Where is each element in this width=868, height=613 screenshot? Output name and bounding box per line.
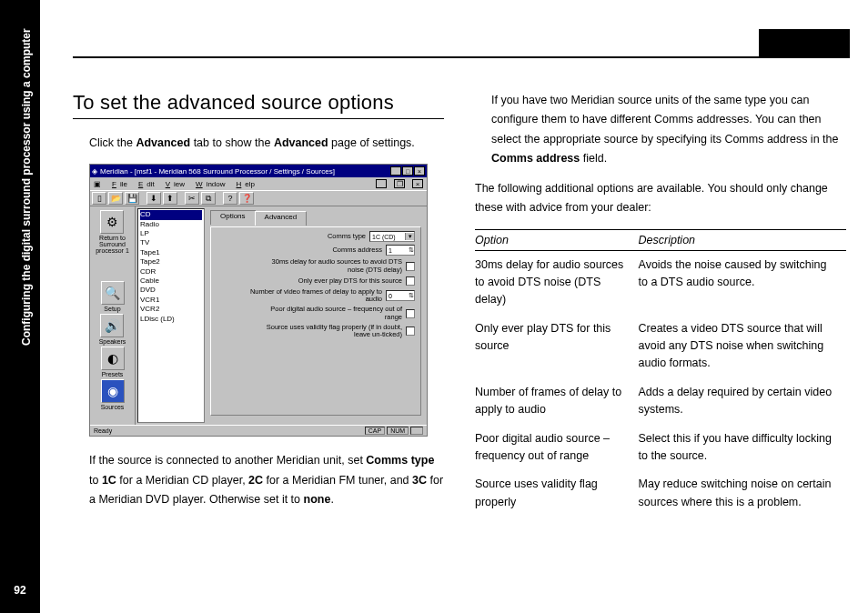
bold-1c: 1C xyxy=(102,474,116,487)
window-title: Meridian - [msf1 - Meridian 568 Surround… xyxy=(100,167,335,176)
table-row: Number of frames of delay to apply to au… xyxy=(475,378,846,425)
bold-advanced-1: Advanced xyxy=(136,136,190,149)
source-item[interactable]: VCR2 xyxy=(140,305,202,314)
side-return-line1: Return to xyxy=(96,235,129,241)
bold-advanced-2: Advanced xyxy=(274,136,328,149)
comms-address-spin[interactable]: 1⇅ xyxy=(386,245,415,256)
source-item[interactable]: Tape1 xyxy=(140,248,202,257)
minimize-button[interactable]: _ xyxy=(390,166,401,176)
side-sources[interactable]: ◉ Sources xyxy=(101,379,125,410)
status-ready: Ready xyxy=(94,427,112,434)
side-speakers[interactable]: 🔊 Speakers xyxy=(99,314,126,345)
doc-icon: ▣ xyxy=(94,180,101,188)
source-item[interactable]: CDR xyxy=(140,267,202,276)
table-row: Poor digital audio source – frequency ou… xyxy=(475,425,846,471)
table-row: 30ms delay for audio sources to avoid DT… xyxy=(475,250,846,315)
mdi-minimize-button[interactable]: _ xyxy=(376,179,387,188)
source-list[interactable]: CD Radio LP TV Tape1 Tape2 CDR Cable DVD… xyxy=(137,208,205,423)
tool-context-help[interactable]: ❓ xyxy=(239,192,254,205)
td-desc: May reduce switching noise on certain so… xyxy=(639,470,846,517)
tool-download[interactable]: ⬇ xyxy=(146,192,161,205)
side-return[interactable]: ⚙ Return to Surround processor 1 xyxy=(96,210,129,254)
page-content: To set the advanced source options Click… xyxy=(73,91,846,520)
left-column: To set the advanced source options Click… xyxy=(73,91,444,520)
mdi-close-button[interactable]: × xyxy=(412,179,423,188)
source-item[interactable]: Cable xyxy=(140,276,202,286)
bold-3c: 3C xyxy=(412,474,427,487)
toolbar: ▯ 📂 💾 ⬇ ⬆ ✂ ⧉ ? ❓ xyxy=(90,190,427,206)
magnifier-icon: 🔍 xyxy=(101,281,125,305)
text: If you have two Meridian source units of… xyxy=(491,94,838,146)
chevron-down-icon: ▾ xyxy=(405,233,414,240)
tool-copy[interactable]: ⧉ xyxy=(201,192,216,205)
menu-window[interactable]: Window xyxy=(192,180,225,188)
td-opt: Poor digital audio source – frequency ou… xyxy=(475,425,639,471)
comms-address-label: Comms address xyxy=(332,246,382,254)
gear-icon: ⚙ xyxy=(100,210,124,234)
maximize-button[interactable]: □ xyxy=(402,166,413,176)
only-dts-checkbox[interactable] xyxy=(406,276,415,286)
side-presets-label: Presets xyxy=(101,371,125,377)
th-description: Description xyxy=(639,229,846,250)
frames-label: Number of video frames of delay to apply… xyxy=(246,288,382,304)
menu-view[interactable]: View xyxy=(162,180,185,188)
tool-new[interactable]: ▯ xyxy=(92,192,106,205)
source-item[interactable]: DVD xyxy=(140,286,202,295)
poor-source-checkbox[interactable] xyxy=(406,309,415,318)
options-table: Option Description 30ms delay for audio … xyxy=(475,229,846,518)
tool-upload[interactable]: ⬆ xyxy=(163,192,177,205)
dts-delay-checkbox[interactable] xyxy=(406,262,415,271)
right-column: If you have two Meridian source units of… xyxy=(475,91,846,520)
tab-strip: Options Advanced xyxy=(210,210,421,225)
td-opt: Number of frames of delay to apply to au… xyxy=(475,378,639,425)
menu-file[interactable]: FFileile xyxy=(108,180,127,188)
text: to xyxy=(89,474,102,487)
close-button[interactable]: × xyxy=(414,166,425,176)
td-desc: Avoids the noise caused by switching to … xyxy=(639,250,846,315)
text: If the source is connected to another Me… xyxy=(89,454,366,467)
source-item[interactable]: Radio xyxy=(140,220,202,229)
tool-open[interactable]: 📂 xyxy=(108,192,123,205)
table-row: Only ever play DTS for this sourceCreate… xyxy=(475,315,846,378)
paragraph-click-advanced: Click the Advanced tab to show the Advan… xyxy=(89,134,444,153)
side-setup[interactable]: 🔍 Setup xyxy=(101,281,125,312)
side-return-line3: processor 1 xyxy=(96,247,129,254)
sources-icon: ◉ xyxy=(101,379,125,403)
source-item[interactable]: CD xyxy=(140,210,202,219)
text: Click the xyxy=(89,136,136,149)
td-desc: Adds a delay required by certain video s… xyxy=(639,378,846,425)
app-icon: ◈ xyxy=(92,167,97,176)
source-item[interactable]: Tape2 xyxy=(140,257,202,266)
menu-edit[interactable]: Edit xyxy=(135,180,155,188)
th-option: Option xyxy=(475,229,639,250)
paragraph-comms-address: If you have two Meridian source units of… xyxy=(491,91,846,168)
tool-save[interactable]: 💾 xyxy=(125,192,139,205)
frames-spin[interactable]: 0⇅ xyxy=(386,290,415,301)
page-tab-marker xyxy=(759,29,850,56)
bold-comms-type: Comms type xyxy=(366,454,434,467)
side-presets[interactable]: ◐ Presets xyxy=(101,347,125,377)
source-item[interactable]: LP xyxy=(140,229,202,238)
advanced-panel: Comms type 1C (CD)▾ Comms address 1⇅ 30m… xyxy=(210,226,421,416)
menubar: ▣ FFileile Edit View Window Help _ ❐ × xyxy=(90,177,427,190)
source-item[interactable]: TV xyxy=(140,238,202,247)
text: tab to show the xyxy=(190,136,274,149)
validity-checkbox[interactable] xyxy=(406,327,415,336)
tab-options[interactable]: Options xyxy=(210,210,256,225)
td-desc: Select this if you have difficulty locki… xyxy=(639,425,846,471)
tool-help[interactable]: ? xyxy=(223,192,237,205)
tab-advanced[interactable]: Advanced xyxy=(255,211,308,226)
comms-address-value: 1 xyxy=(389,247,392,254)
td-opt: Only ever play DTS for this source xyxy=(475,315,639,378)
td-opt: Source uses validity flag properly xyxy=(475,470,639,517)
app-screenshot: ◈ Meridian - [msf1 - Meridian 568 Surrou… xyxy=(89,164,428,437)
comms-type-combo[interactable]: 1C (CD)▾ xyxy=(369,231,415,242)
tool-cut[interactable]: ✂ xyxy=(185,192,199,205)
menu-help[interactable]: Help xyxy=(233,180,255,188)
source-item[interactable]: LDisc (LD) xyxy=(140,315,202,324)
mdi-restore-button[interactable]: ❐ xyxy=(394,179,405,188)
comms-type-label: Comms type xyxy=(328,233,366,240)
speaker-icon: 🔊 xyxy=(100,314,124,337)
text: for a Meridian CD player, xyxy=(116,474,248,487)
source-item[interactable]: VCR1 xyxy=(140,296,202,305)
